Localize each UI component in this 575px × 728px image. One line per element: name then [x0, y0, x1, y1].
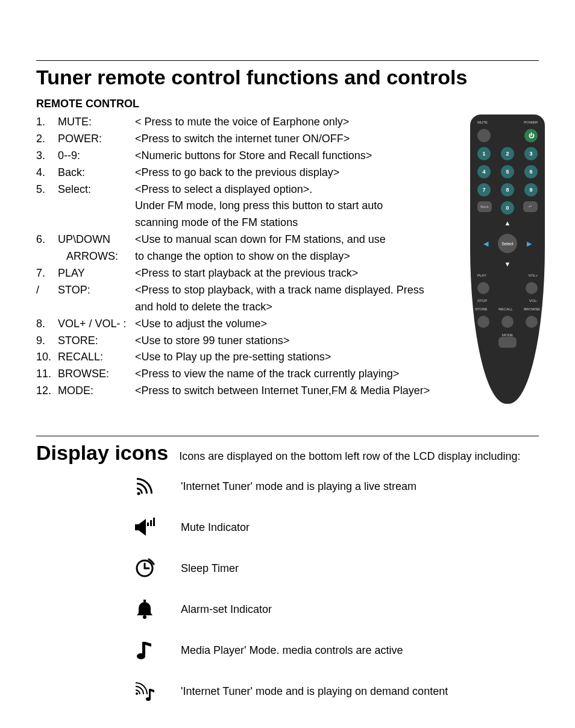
item-label: MUTE: [58, 114, 135, 131]
item-label: BROWSE: [58, 366, 135, 383]
remote-key-1: 1 [477, 147, 491, 160]
remote-volm-label: VOL- [529, 299, 538, 303]
icon-desc: 'Internet Tuner' mode and is playing a l… [181, 480, 416, 493]
svg-rect-1 [135, 524, 139, 530]
list-item: 7. PLAY <Press to start playback at the … [36, 265, 539, 282]
remote-enter-button: ↵ [523, 201, 538, 212]
remote-dpad: ▲ ▼ ◀ ▶ Select [483, 219, 532, 268]
arrow-left-icon: ◀ [483, 240, 488, 248]
item-num: / [36, 282, 58, 299]
icon-row: Alarm-set Indicator [133, 597, 539, 621]
arrow-right-icon: ▶ [527, 240, 532, 248]
item-num: 3. [36, 148, 58, 165]
item-num [36, 248, 58, 265]
svg-point-8 [143, 615, 146, 619]
remote-browse-button [526, 316, 538, 328]
item-desc-cont: and hold to delete the track> [36, 299, 539, 316]
remote-mute-label: MUTE [477, 121, 488, 124]
list-item: 3. 0--9: <Numeric buttons for Store and … [36, 148, 539, 165]
remote-store-label: STORE [475, 307, 488, 311]
item-num: 10. [36, 349, 58, 366]
arrow-up-icon: ▲ [504, 219, 511, 227]
remote-power-label: POWER [524, 121, 538, 124]
on-demand-icon [133, 679, 157, 703]
icon-row: Media Player' Mode. media controls are a… [133, 638, 539, 662]
item-label: 0--9: [58, 148, 135, 165]
item-label: MODE: [58, 383, 135, 400]
svg-point-0 [137, 492, 140, 495]
svg-rect-9 [142, 642, 145, 655]
svg-marker-2 [139, 519, 146, 536]
arrow-down-icon: ▼ [504, 260, 511, 268]
svg-rect-5 [153, 518, 155, 526]
item-label: PLAY [58, 265, 135, 282]
remote-recall-label: RECALL [498, 307, 512, 311]
list-item: 9. STORE: <Use to store 99 tuner station… [36, 333, 539, 350]
display-icons-lead: Icons are displayed on the bottom left r… [179, 450, 520, 463]
item-num: 9. [36, 333, 58, 350]
remote-play-button [477, 282, 489, 294]
remote-key-7: 7 [477, 183, 491, 196]
item-label: Back: [58, 165, 135, 181]
svg-rect-12 [149, 689, 151, 698]
icon-desc: Alarm-set Indicator [181, 603, 272, 616]
item-desc-cont: Under FM mode, long press this button to… [36, 198, 539, 215]
list-item: 12. MODE: <Press to switch between Inter… [36, 383, 539, 400]
remote-key-3: 3 [524, 147, 538, 160]
svg-point-11 [136, 692, 138, 695]
remote-key-9: 9 [524, 183, 538, 196]
remote-key-2: 2 [501, 147, 514, 160]
remote-volp-label: VOL+ [528, 274, 538, 277]
remote-power-button: ⏻ [524, 129, 538, 142]
list-item: 11. BROWSE: <Press to view the name of t… [36, 366, 539, 383]
list-item: 1. MUTE: < Press to mute the voice of Ea… [36, 114, 539, 131]
alarm-icon [133, 597, 157, 621]
remote-back-button: Back [477, 201, 492, 212]
item-label: STORE: [58, 333, 135, 350]
item-label: ARROWS: [58, 248, 135, 265]
item-label: STOP: [58, 282, 135, 299]
display-icons-list: 'Internet Tuner' mode and is playing a l… [133, 474, 539, 703]
svg-rect-3 [147, 522, 149, 526]
list-item: 2. POWER: <Press to switch the internet … [36, 131, 539, 148]
remote-play-label: PLAY [477, 274, 486, 277]
list-item: 6. UP\DOWN <Use to manual scan down for … [36, 231, 539, 248]
remote-key-4: 4 [477, 165, 491, 178]
list-item: 4. Back: <Press to go back to the previo… [36, 165, 539, 181]
icon-desc: Media Player' Mode. media controls are a… [181, 644, 403, 657]
remote-key-8: 8 [501, 183, 514, 196]
list-item-cont: / STOP: <Press to stop playback, with a … [36, 282, 539, 299]
item-num: 5. [36, 181, 58, 198]
item-num: 12. [36, 383, 58, 400]
item-desc-cont: scanning mode of the FM stations [36, 215, 539, 231]
icon-row: 'Internet Tuner' mode and is playing a l… [133, 474, 539, 498]
item-num: 11. [36, 366, 58, 383]
list-item: 5. Select: <Press to select a displayed … [36, 181, 539, 198]
svg-rect-4 [150, 520, 152, 526]
item-num: 1. [36, 114, 58, 131]
remote-function-list: 1. MUTE: < Press to mute the voice of Ea… [36, 114, 539, 400]
item-label: UP\DOWN [58, 231, 135, 248]
remote-key-0: 0 [501, 201, 514, 215]
icon-row: Sleep Timer [133, 556, 539, 580]
item-num: 8. [36, 316, 58, 333]
item-num: 2. [36, 131, 58, 148]
display-icons-title: Display icons [36, 441, 168, 465]
icon-row: Mute Indicator [133, 515, 539, 539]
remote-stop-label: STOP [477, 299, 487, 303]
icon-desc: Sleep Timer [181, 562, 239, 575]
icon-desc: 'Internet Tuner' mode and is playing on … [181, 685, 448, 698]
mute-icon [133, 515, 157, 539]
remote-volup-button [526, 282, 538, 294]
remote-store-button [477, 316, 489, 328]
svg-point-10 [137, 653, 145, 659]
item-label: Select: [58, 181, 135, 198]
remote-recall-button [501, 316, 514, 328]
sleep-timer-icon [133, 556, 157, 580]
divider-rule [36, 60, 539, 61]
list-item: 10. RECALL: <Use to Play up the pre-sett… [36, 349, 539, 366]
item-label: POWER: [58, 131, 135, 148]
item-num: 7. [36, 265, 58, 282]
remote-subhead: REMOTE CONTROL [36, 98, 539, 110]
page-title: Tuner remote control functions and contr… [36, 66, 539, 89]
